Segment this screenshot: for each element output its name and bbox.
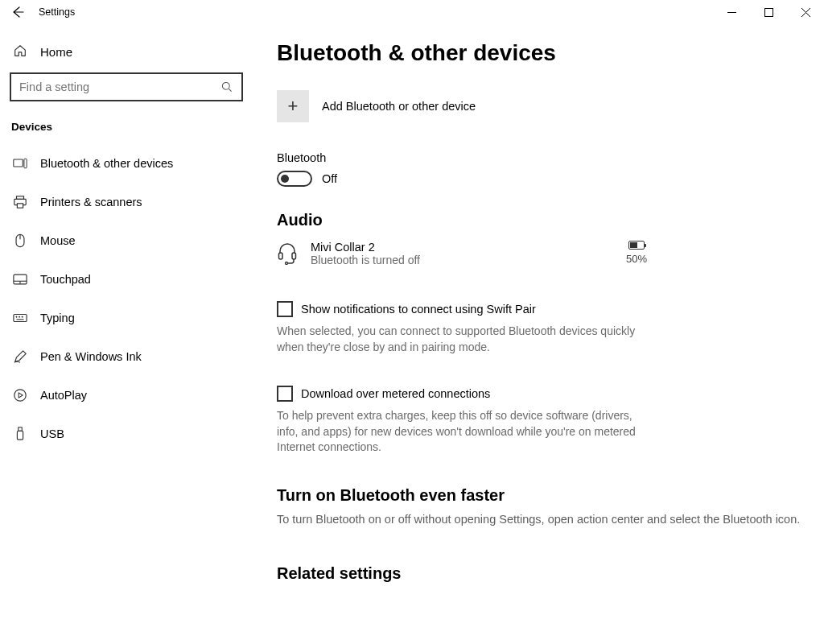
bluetooth-toggle[interactable]: [277, 171, 312, 187]
faster-body: To turn Bluetooth on or off without open…: [277, 513, 801, 526]
swift-pair-label: Show notifications to connect using Swif…: [301, 303, 536, 316]
minimize-icon: [727, 8, 736, 17]
svg-rect-3: [24, 159, 27, 167]
svg-rect-18: [19, 427, 23, 431]
sidebar-item-mouse[interactable]: Mouse: [8, 221, 246, 260]
plus-icon: +: [277, 90, 309, 122]
search-icon: [220, 80, 233, 93]
sidebar-item-autoplay[interactable]: AutoPlay: [8, 376, 246, 415]
sidebar-item-typing[interactable]: Typing: [8, 299, 246, 337]
sidebar-item-usb[interactable]: USB: [8, 415, 246, 453]
faster-title: Turn on Bluetooth even faster: [277, 486, 801, 505]
svg-rect-19: [17, 431, 23, 440]
svg-point-14: [16, 316, 17, 317]
maximize-button[interactable]: [750, 0, 787, 24]
maximize-icon: [764, 8, 773, 17]
add-device-button[interactable]: + Add Bluetooth or other device: [277, 90, 801, 122]
search-input[interactable]: [19, 80, 220, 93]
swift-pair-desc: When selected, you can connect to suppor…: [277, 324, 639, 355]
svg-rect-0: [764, 8, 772, 16]
svg-point-22: [286, 262, 288, 265]
sidebar-item-printers[interactable]: Printers & scanners: [8, 183, 246, 221]
sidebar-item-label: Pen & Windows Ink: [40, 350, 142, 363]
svg-rect-20: [279, 253, 283, 259]
audio-device-row[interactable]: Mivi Collar 2 Bluetooth is turned off 50…: [277, 241, 647, 267]
devices-icon: [13, 157, 27, 170]
device-status: Bluetooth is turned off: [311, 254, 626, 266]
search-box[interactable]: [10, 72, 243, 101]
printer-icon: [13, 195, 27, 209]
titlebar: Settings: [0, 0, 824, 24]
battery-icon: [628, 241, 645, 250]
pen-icon: [13, 349, 27, 364]
sidebar-item-label: Printers & scanners: [40, 196, 142, 208]
svg-rect-2: [14, 159, 23, 167]
svg-rect-6: [17, 204, 23, 208]
sidebar-item-label: Mouse: [40, 234, 76, 247]
close-icon: [801, 8, 810, 17]
touchpad-icon: [13, 274, 27, 285]
device-name: Mivi Collar 2: [311, 241, 626, 254]
page-title: Bluetooth & other devices: [277, 40, 801, 66]
sidebar-home-label: Home: [40, 45, 72, 59]
window-title: Settings: [39, 6, 75, 18]
sidebar: Home Devices Bluetooth & other devices P…: [0, 24, 254, 644]
sidebar-item-label: AutoPlay: [40, 389, 87, 402]
svg-point-16: [22, 316, 23, 317]
back-arrow-icon: [11, 6, 24, 19]
bluetooth-label: Bluetooth: [277, 151, 801, 164]
home-icon: [13, 43, 27, 60]
headset-icon: [277, 242, 298, 267]
device-battery: 50%: [626, 241, 647, 265]
usb-icon: [13, 427, 27, 441]
keyboard-icon: [13, 313, 27, 323]
close-button[interactable]: [787, 0, 824, 24]
sidebar-item-touchpad[interactable]: Touchpad: [8, 260, 246, 299]
sidebar-item-label: Touchpad: [40, 273, 91, 286]
svg-rect-21: [292, 253, 296, 259]
metered-checkbox[interactable]: [277, 386, 293, 402]
sidebar-item-label: USB: [40, 427, 64, 440]
mouse-icon: [13, 233, 27, 248]
back-button[interactable]: [0, 0, 35, 24]
sidebar-home[interactable]: Home: [8, 32, 246, 71]
svg-point-1: [222, 82, 229, 89]
swift-pair-checkbox[interactable]: [277, 301, 293, 317]
battery-percent: 50%: [626, 253, 647, 265]
autoplay-icon: [13, 388, 27, 402]
audio-header: Audio: [277, 211, 801, 229]
svg-point-15: [19, 316, 19, 317]
main-content: Bluetooth & other devices + Add Bluetoot…: [254, 24, 824, 644]
sidebar-item-label: Bluetooth & other devices: [40, 157, 173, 170]
sidebar-section-label: Devices: [11, 121, 246, 133]
svg-point-17: [14, 390, 26, 401]
metered-label: Download over metered connections: [301, 387, 490, 400]
bluetooth-state: Off: [322, 172, 337, 185]
sidebar-item-label: Typing: [40, 312, 75, 324]
sidebar-item-bluetooth[interactable]: Bluetooth & other devices: [8, 144, 246, 183]
window-controls: [713, 0, 824, 24]
minimize-button[interactable]: [713, 0, 750, 24]
related-settings-header: Related settings: [277, 564, 801, 583]
sidebar-item-pen[interactable]: Pen & Windows Ink: [8, 337, 246, 376]
svg-rect-12: [14, 315, 27, 322]
metered-desc: To help prevent extra charges, keep this…: [277, 408, 639, 456]
add-device-label: Add Bluetooth or other device: [322, 100, 476, 113]
